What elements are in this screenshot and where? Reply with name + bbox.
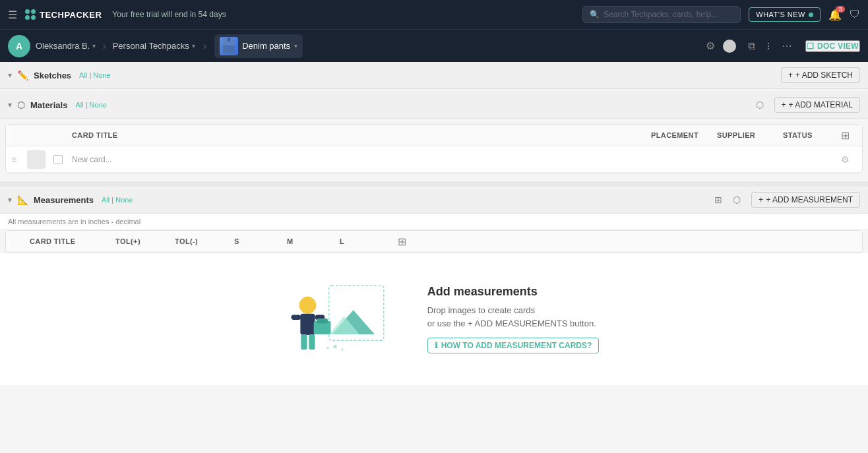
svg-rect-0 <box>223 38 228 47</box>
measurements-export-icon[interactable]: ⬡ <box>733 195 741 205</box>
sketches-title: Sketches <box>34 71 71 80</box>
measurements-table-header: Card Title TOL(+) TOL(-) S M L ⊞ <box>6 231 862 253</box>
row-drag-handle[interactable]: ≡ <box>11 154 27 165</box>
sketches-filter-none[interactable]: None <box>93 71 110 79</box>
svg-rect-14 <box>317 318 328 323</box>
search-icon: 🔍 <box>590 10 600 19</box>
empty-desc-line1: Drop images to create cards <box>427 305 535 315</box>
workspace-selector[interactable]: Oleksandra B. ▾ <box>36 41 96 51</box>
measurements-empty-text: Add measurements Drop images to create c… <box>427 285 600 353</box>
add-measurement-button[interactable]: + + ADD MEASUREMENT <box>751 192 860 208</box>
doc-view-button[interactable]: ❑ DOC VIEW <box>805 40 860 52</box>
product-name: Denim pants <box>242 41 290 51</box>
meas-card-title-header: Card Title <box>27 231 113 252</box>
svg-rect-12 <box>309 334 315 349</box>
product-navigation: A Oleksandra B. ▾ › Personal Techpacks ▾… <box>0 29 868 62</box>
svg-rect-9 <box>291 315 301 320</box>
materials-toggle[interactable]: ▾ <box>8 100 12 109</box>
add-sketch-button[interactable]: + + ADD SKETCH <box>781 67 860 83</box>
measurements-info-bar: All measurements are in inches - decimal <box>0 214 868 230</box>
thumbnail-box <box>27 150 46 169</box>
add-measurement-plus: + <box>759 195 763 204</box>
meas-columns-config-icon[interactable]: ⊞ <box>390 235 414 248</box>
sketches-filter-all[interactable]: All <box>79 71 87 79</box>
table-row: ≡ New card... ⚙ <box>6 146 862 173</box>
supplier-header: SUPPLIER <box>714 125 780 146</box>
notifications-button[interactable]: 🔔 3 <box>828 9 842 21</box>
how-to-info-icon: ℹ <box>435 341 438 350</box>
measurements-filter-none[interactable]: None <box>115 196 133 204</box>
top-navigation: ☰ TECHPACKER Your free trial will end in… <box>0 0 868 29</box>
copy-icon[interactable]: ⧉ <box>748 40 755 52</box>
layers-icon: ❑ <box>807 42 814 51</box>
measurements-title: Measurements <box>34 195 94 205</box>
measurements-icon: 📐 <box>17 195 28 205</box>
row-gear-icon[interactable]: ⚙ <box>833 154 857 165</box>
product-settings-icon[interactable]: ⚙ <box>706 40 715 52</box>
svg-rect-11 <box>301 334 307 349</box>
whats-new-button[interactable]: WHAT'S NEW <box>749 7 821 22</box>
materials-export-icon[interactable]: ⬡ <box>756 100 764 110</box>
materials-section-header: ▾ ⬡ Materials All | None ⬡ + + ADD MATER… <box>0 92 868 119</box>
search-input[interactable] <box>604 10 733 19</box>
add-sketch-label: + ADD SKETCH <box>795 71 853 80</box>
svg-point-16 <box>341 348 344 351</box>
add-sketch-plus: + <box>788 71 793 80</box>
techpack-dropdown-arrow: ▾ <box>192 42 195 49</box>
sketches-icon: ✏️ <box>17 70 28 80</box>
meas-m-header: M <box>284 231 337 252</box>
measurements-toggle[interactable]: ▾ <box>8 195 12 204</box>
how-to-label: HOW TO ADD MEASUREMENT CARDS? <box>441 341 592 350</box>
empty-state-title: Add measurements <box>427 285 600 299</box>
logo: TECHPACKER <box>25 9 102 20</box>
svg-point-7 <box>299 297 316 314</box>
more-options-icon[interactable]: ⋯ <box>782 40 792 52</box>
measurements-section-header: ▾ 📐 Measurements All | None ⊞ ⬡ + + ADD … <box>0 181 868 214</box>
avatar[interactable]: A <box>8 35 30 57</box>
breadcrumb-separator-1: › <box>102 40 106 52</box>
add-material-plus: + <box>782 100 786 109</box>
empty-desc-line2: or use the + ADD MEASUREMENTS button. <box>427 318 596 328</box>
product-selector[interactable]: Denim pants ▾ <box>214 34 303 58</box>
logo-icon <box>25 9 36 20</box>
notification-badge: 3 <box>836 6 845 13</box>
measurements-filter-all[interactable]: All <box>102 196 109 204</box>
add-material-label: + ADD MATERIAL <box>789 100 853 109</box>
row-thumbnail <box>27 150 53 169</box>
materials-filter-all[interactable]: All <box>75 101 83 109</box>
svg-rect-3 <box>228 38 230 42</box>
how-to-link-button[interactable]: ℹ HOW TO ADD MEASUREMENT CARDS? <box>427 338 600 353</box>
svg-rect-8 <box>300 314 315 335</box>
svg-point-17 <box>326 347 329 349</box>
workspace-name: Oleksandra B. <box>36 41 90 51</box>
materials-icon: ⬡ <box>17 100 25 110</box>
techpack-name: Personal Techpacks <box>113 41 189 51</box>
sketches-toggle[interactable]: ▾ <box>8 71 12 80</box>
product-thumbnail <box>220 37 238 55</box>
placement-header: PLACEMENT <box>648 125 714 146</box>
search-container: 🔍 <box>582 6 741 23</box>
whats-new-label: WHAT'S NEW <box>756 11 805 18</box>
whats-new-dot <box>809 13 813 17</box>
measurements-filter: All | None <box>102 196 133 204</box>
add-material-button[interactable]: + + ADD MATERIAL <box>774 97 861 113</box>
measurements-grid-icon[interactable]: ⊞ <box>714 195 722 205</box>
meas-s-header: S <box>232 231 284 252</box>
techpack-selector[interactable]: Personal Techpacks ▾ <box>113 41 195 51</box>
materials-filter-none[interactable]: None <box>90 101 107 109</box>
main-content: ▾ ✏️ Sketches All | None + + ADD SKETCH … <box>0 62 868 453</box>
status-circle[interactable] <box>723 40 736 53</box>
meas-tol-minus-header: TOL(-) <box>172 231 232 252</box>
shield-icon[interactable]: 🛡 <box>850 9 860 20</box>
row-checkbox[interactable] <box>53 155 63 164</box>
status-header: STATUS <box>780 125 833 146</box>
row-card-name[interactable]: New card... <box>69 155 648 164</box>
hamburger-icon[interactable]: ☰ <box>8 9 17 21</box>
columns-config-icon[interactable]: ⊞ <box>833 129 857 142</box>
measurements-illustration <box>269 280 401 359</box>
svg-point-15 <box>333 345 337 349</box>
filter-icon[interactable]: ⫶ <box>766 40 771 52</box>
meas-l-header: L <box>337 231 390 252</box>
sketches-filter: All | None <box>79 71 111 79</box>
materials-filter: All | None <box>75 101 107 109</box>
